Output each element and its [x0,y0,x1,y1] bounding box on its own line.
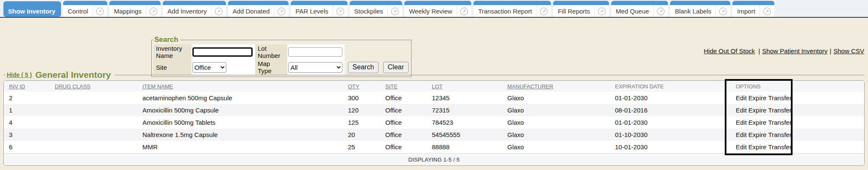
tab-label: Stockpiles [354,8,383,15]
cell-options: EditExpireTransfer [726,107,792,114]
paging-status: DISPLAYING 1-5 / 5 [4,153,864,165]
row-action-edit[interactable]: Edit [736,131,747,138]
tab-top-accent [228,1,289,5]
tab-body-par-levels[interactable]: PAR Levels↗ [291,5,347,17]
tab-divider [456,5,457,17]
tab-body-blank-labels[interactable]: Blank Labels↗ [670,5,730,17]
tab-body-add-donated[interactable]: Add Donated↗ [228,5,289,17]
general-inventory-header: Hide ( 5 ) General Inventory [3,69,865,80]
tab-label: Show Inventory [8,8,56,15]
col-header-options: OPTIONS [726,83,792,90]
legend-line-right [114,75,865,75]
tab-divider [387,5,388,17]
tab-control[interactable]: Control↗ [63,1,107,17]
show-patient-inventory-link[interactable]: Show Patient Inventory [762,47,827,55]
tab-body-transaction-report[interactable]: Transaction Report↗ [473,5,551,17]
row-action-expire[interactable]: Expire [748,119,767,126]
inventory-name-input[interactable] [192,47,253,57]
row-action-edit[interactable]: Edit [736,107,747,114]
tab-body-import[interactable]: Import↗ [732,5,774,17]
col-header-item_name[interactable]: ITEM NAME [142,83,348,90]
inventory-name-label: Inventory Name [153,44,192,60]
row-action-expire[interactable]: Expire [748,107,767,114]
open-new-window-icon[interactable]: ↗ [96,8,104,15]
open-new-window-icon[interactable]: ↗ [763,8,771,15]
tab-fill-reports[interactable]: Fill Reports↗ [553,1,609,17]
cell-expiration_date: 01-01-2030 [615,119,726,126]
tab-label: Control [68,8,88,15]
open-new-window-icon[interactable]: ↗ [598,8,606,15]
open-new-window-icon[interactable]: ↗ [540,8,548,15]
open-new-window-icon[interactable]: ↗ [150,8,157,15]
tab-transaction-report[interactable]: Transaction Report↗ [473,1,551,17]
row-action-transfer[interactable]: Transfer [768,119,791,126]
cell-qty: 20 [348,131,385,138]
col-header-manufacturer[interactable]: MANUFACTURER [507,83,615,90]
tab-import[interactable]: Import↗ [732,1,774,17]
open-new-window-icon[interactable]: ↗ [215,8,223,15]
tab-label: Transaction Report [478,8,532,15]
open-new-window-icon[interactable]: ↗ [719,8,727,15]
row-action-expire[interactable]: Expire [748,131,767,138]
tab-body-stockpiles[interactable]: Stockpiles↗ [350,5,402,17]
open-new-window-icon[interactable]: ↗ [657,8,665,15]
tab-stockpiles[interactable]: Stockpiles↗ [350,1,402,17]
tab-top-accent [732,1,774,5]
col-header-inv_id[interactable]: INV ID [4,83,55,90]
tab-add-donated[interactable]: Add Donated↗ [228,1,289,17]
row-action-edit[interactable]: Edit [736,94,747,101]
open-new-window-icon[interactable]: ↗ [278,8,285,15]
cell-site: Office [385,143,432,151]
tab-weekly-review[interactable]: Weekly Review↗ [404,1,471,17]
row-action-edit[interactable]: Edit [736,119,747,126]
table-row: 3Naltrexone 1.5mg Capsule20Office5454555… [4,129,864,141]
row-action-expire[interactable]: Expire [748,94,767,101]
tab-par-levels[interactable]: PAR Levels↗ [291,1,347,17]
open-new-window-icon[interactable]: ↗ [391,8,399,15]
tab-body-show-inventory[interactable]: Show Inventory [3,5,61,17]
cell-site: Office [385,107,432,114]
lot-number-input[interactable] [288,47,342,57]
col-header-lot[interactable]: LOT [432,83,507,90]
row-action-transfer[interactable]: Transfer [768,131,791,138]
tab-divider [146,5,146,17]
tab-add-inventory[interactable]: Add Inventory↗ [163,1,226,17]
hide-out-of-stock-link[interactable]: Hide Out Of Stock [704,47,755,55]
col-header-drug_class[interactable]: DRUG CLASS [55,83,142,90]
col-header-qty[interactable]: QTY [348,83,385,90]
cell-manufacturer: Glaxo [507,94,615,101]
tab-label: Add Donated [233,8,270,15]
tab-top-accent [404,1,471,5]
table-body: 2acetaminophen 500mg Capsule300Office123… [4,92,864,153]
show-csv-link[interactable]: Show CSV [833,47,864,55]
row-action-expire[interactable]: Expire [748,143,767,151]
search-legend: Search [153,36,180,44]
tab-top-accent [3,1,61,5]
tab-blank-labels[interactable]: Blank Labels↗ [670,1,730,17]
tab-divider [760,5,760,17]
tab-label: Med Queue [616,8,649,15]
tab-body-fill-reports[interactable]: Fill Reports↗ [553,5,609,17]
row-action-transfer[interactable]: Transfer [768,94,791,101]
tab-body-weekly-review[interactable]: Weekly Review↗ [404,5,471,17]
tab-med-queue[interactable]: Med Queue↗ [611,1,668,17]
cell-lot: 88888 [432,143,507,151]
tab-body-med-queue[interactable]: Med Queue↗ [611,5,668,17]
tab-body-mappings[interactable]: Mappings↗ [109,5,161,17]
open-new-window-icon[interactable]: ↗ [337,8,344,15]
tab-body-control[interactable]: Control↗ [63,5,107,17]
row-action-transfer[interactable]: Transfer [768,143,791,151]
tab-mappings[interactable]: Mappings↗ [109,1,161,17]
row-action-transfer[interactable]: Transfer [768,107,791,114]
tab-top-accent [670,1,730,5]
tab-divider [274,5,274,17]
tab-show-inventory[interactable]: Show Inventory [3,1,61,17]
col-header-site[interactable]: SITE [385,83,432,90]
row-action-edit[interactable]: Edit [736,143,747,151]
cell-qty: 300 [348,94,385,101]
tab-body-add-inventory[interactable]: Add Inventory↗ [163,5,226,17]
open-new-window-icon[interactable]: ↗ [460,8,468,15]
page-title: General Inventory [35,70,111,80]
cell-expiration_date: 01-01-2030 [615,94,726,101]
hide-count-link[interactable]: Hide ( 5 ) [7,71,32,78]
